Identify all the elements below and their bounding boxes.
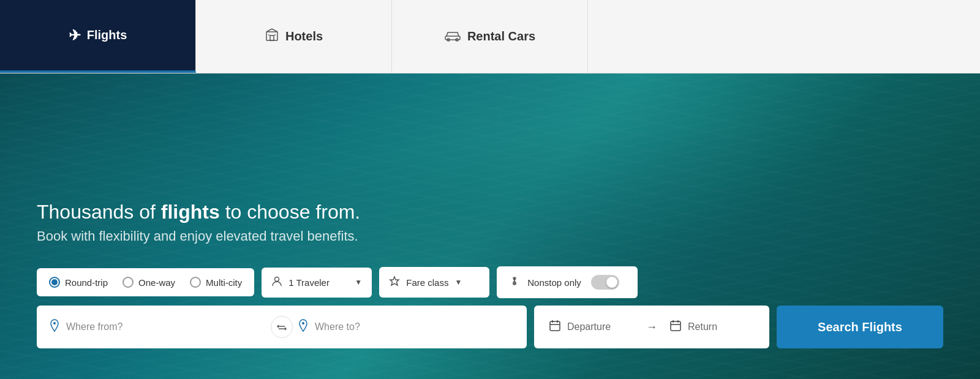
nonstop-toggle[interactable] (591, 275, 619, 290)
destination-field[interactable]: Where to? (298, 319, 514, 336)
nav-tab-flights[interactable]: ✈ Flights (0, 0, 196, 73)
nonstop-label: Nonstop only (527, 277, 581, 288)
return-placeholder: Return (688, 321, 717, 332)
round-trip-label: Round-trip (65, 277, 108, 288)
svg-marker-8 (390, 277, 399, 285)
fare-class-label: Fare class (406, 277, 448, 288)
nav-bar: ✈ Flights Hotels Rental Cars (0, 0, 980, 73)
origin-placeholder: Where from? (66, 321, 123, 332)
svg-point-14 (53, 322, 56, 325)
hero-subheadline: Book with flexibility and enjoy elevated… (37, 228, 943, 244)
date-arrow-icon: → (646, 321, 657, 334)
departure-calendar-icon (549, 320, 561, 335)
hero-content: Thousands of flights to choose from. Boo… (37, 201, 943, 348)
nav-tab-rental-cars[interactable]: Rental Cars (392, 0, 588, 73)
svg-rect-1 (270, 36, 274, 40)
search-options-row: Round-trip One-way Multi-city (37, 266, 943, 298)
rental-cars-tab-label: Rental Cars (467, 29, 535, 43)
departure-field[interactable]: Departure (549, 320, 634, 335)
multi-city-label: Multi-city (206, 277, 242, 288)
multi-city-option[interactable]: Multi-city (190, 277, 242, 288)
one-way-label: One-way (138, 277, 175, 288)
hero-section: Thousands of flights to choose from. Boo… (0, 73, 980, 379)
hotels-icon (265, 28, 279, 46)
departure-placeholder: Departure (567, 321, 611, 332)
traveler-count-label: 1 Traveler (288, 277, 349, 288)
one-way-option[interactable]: One-way (123, 277, 175, 288)
origin-destination-box: Where from? (37, 306, 527, 348)
flights-icon: ✈ (69, 27, 81, 44)
person-icon (271, 276, 282, 289)
fare-class-chevron-icon: ▼ (454, 278, 462, 287)
dest-pin-icon (298, 319, 309, 336)
return-calendar-icon (669, 320, 682, 335)
search-inputs-row: Where from? (37, 306, 943, 348)
trip-type-selector: Round-trip One-way Multi-city (37, 268, 254, 296)
filter-icon (509, 276, 520, 289)
origin-field[interactable]: Where from? (49, 319, 266, 336)
traveler-dropdown[interactable]: 1 Traveler ▼ (262, 268, 372, 298)
dates-box: Departure → Return (534, 306, 769, 348)
origin-pin-icon (49, 319, 60, 336)
svg-rect-16 (550, 321, 560, 331)
svg-point-7 (275, 277, 279, 281)
fare-class-dropdown[interactable]: Fare class ▼ (379, 267, 489, 298)
search-flights-button[interactable]: Search Flights (777, 306, 943, 348)
car-icon (444, 28, 461, 46)
destination-placeholder: Where to? (315, 321, 360, 332)
svg-point-15 (302, 322, 304, 325)
svg-rect-0 (266, 32, 277, 40)
hotels-tab-label: Hotels (285, 29, 323, 43)
traveler-chevron-icon: ▼ (355, 278, 362, 287)
nav-tab-hotels[interactable]: Hotels (196, 0, 392, 73)
svg-rect-20 (671, 321, 680, 331)
flights-tab-label: Flights (87, 28, 127, 42)
nonstop-filter: Nonstop only (497, 266, 638, 298)
round-trip-radio[interactable] (49, 277, 60, 288)
multi-city-radio[interactable] (190, 277, 201, 288)
round-trip-option[interactable]: Round-trip (49, 277, 108, 288)
one-way-radio[interactable] (123, 277, 134, 288)
hero-headline: Thousands of flights to choose from. (37, 201, 943, 223)
search-form: Round-trip One-way Multi-city (37, 266, 943, 348)
fare-icon (389, 276, 400, 289)
swap-button[interactable] (271, 316, 293, 338)
return-field[interactable]: Return (669, 320, 755, 335)
